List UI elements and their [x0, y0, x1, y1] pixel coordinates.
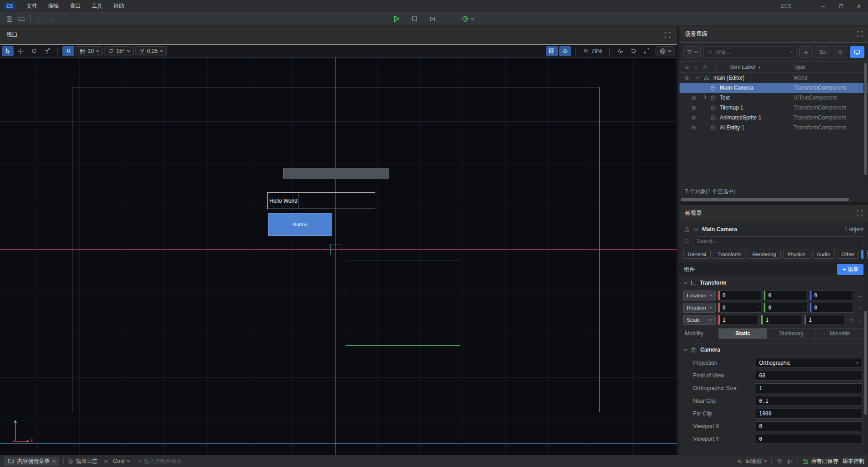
- tree-row-main-editor[interactable]: main (Editor) World: [679, 73, 868, 83]
- zoom-level[interactable]: 79%: [580, 48, 605, 54]
- menu-edit[interactable]: 编辑: [43, 0, 65, 12]
- all-saved-status[interactable]: 所有已保存: [802, 457, 838, 465]
- stats-pulse-button[interactable]: [614, 46, 626, 56]
- eye-icon[interactable]: [684, 75, 690, 81]
- redo-icon[interactable]: [46, 14, 57, 24]
- stop-button[interactable]: [409, 14, 420, 24]
- rotation-z-field[interactable]: 0°: [810, 303, 853, 313]
- tab-general[interactable]: General: [683, 250, 711, 259]
- hierarchy-horizontal-scrollbar[interactable]: [679, 197, 868, 202]
- scale-snap-dropdown[interactable]: 0.25: [135, 46, 167, 56]
- close-button[interactable]: ×: [850, 0, 868, 12]
- app-logo[interactable]: ES: [4, 2, 16, 10]
- item-label-column[interactable]: Item Label: [730, 64, 755, 70]
- unlock-icon[interactable]: [684, 227, 690, 233]
- type-column[interactable]: Type: [793, 64, 805, 70]
- tree-row-animatedsprite[interactable]: AnimatedSprite 1 TransformComponent: [679, 113, 868, 123]
- undo-icon[interactable]: [34, 14, 46, 24]
- menu-file[interactable]: 文件: [21, 0, 43, 12]
- viewport-expand-icon[interactable]: [665, 32, 670, 38]
- rotation-x-field[interactable]: 0°: [718, 303, 761, 313]
- mobility-movable-button[interactable]: Movable: [816, 328, 864, 339]
- play-button[interactable]: [391, 14, 402, 24]
- add-component-button[interactable]: +添加: [837, 264, 863, 275]
- inspector-search-input[interactable]: [693, 238, 863, 244]
- scale-lock-icon[interactable]: [849, 317, 854, 323]
- show-grid-toggle[interactable]: [546, 46, 558, 56]
- new-folder-button[interactable]: [816, 46, 830, 58]
- run-target-globe-dropdown[interactable]: [458, 14, 478, 24]
- save-icon[interactable]: [4, 14, 15, 24]
- version-control-button[interactable]: 版本控制: [843, 457, 864, 465]
- ai-entity-region[interactable]: [346, 261, 460, 346]
- open-folder-icon[interactable]: [15, 14, 27, 24]
- tab-audio[interactable]: Audio: [812, 250, 835, 259]
- menu-window[interactable]: 窗口: [65, 0, 86, 12]
- eye-icon[interactable]: [691, 85, 697, 91]
- network-status-icon[interactable]: [776, 458, 783, 464]
- filter-dropdown[interactable]: [683, 46, 701, 58]
- location-z-field[interactable]: 0: [810, 291, 853, 300]
- hierarchy-search-input[interactable]: [716, 49, 788, 55]
- cmd-dropdown[interactable]: >_ Cmd: [104, 458, 130, 464]
- viewport-y-input[interactable]: 0: [755, 434, 863, 444]
- projection-dropdown[interactable]: Orthographic: [755, 358, 863, 368]
- rotation-y-field[interactable]: 0°: [764, 303, 807, 313]
- reset-rotation-icon[interactable]: ↔: [857, 305, 863, 311]
- tree-row-tilemap[interactable]: Tilemap 1 TransformComponent: [679, 103, 868, 113]
- rotate-tool-button[interactable]: [28, 46, 40, 56]
- visibility-toggle[interactable]: [559, 46, 571, 56]
- near-clip-input[interactable]: 0.1: [755, 396, 863, 406]
- lock-column-icon[interactable]: [703, 64, 708, 70]
- viewport-x-input[interactable]: 0: [755, 421, 863, 431]
- eye-icon[interactable]: [691, 125, 697, 131]
- scale-tool-button[interactable]: [41, 46, 53, 56]
- expander-open-icon[interactable]: [694, 77, 701, 78]
- rotation-snap-dropdown[interactable]: 15°: [104, 46, 133, 56]
- view-mode-button[interactable]: [850, 46, 864, 58]
- eye-icon[interactable]: [691, 115, 697, 121]
- visibility-column-icon[interactable]: [684, 64, 690, 70]
- step-button[interactable]: [427, 14, 439, 24]
- snap-magnet-button[interactable]: [62, 46, 74, 56]
- object-settings-gear-icon[interactable]: [693, 227, 699, 233]
- reset-location-icon[interactable]: ↔: [857, 292, 863, 299]
- expander-closed-icon[interactable]: [701, 97, 708, 98]
- menu-help[interactable]: 帮助: [108, 0, 130, 12]
- move-tool-button[interactable]: [15, 46, 27, 56]
- tab-rendering[interactable]: Rendering: [748, 250, 781, 259]
- orthographic-size-input[interactable]: 1: [755, 383, 863, 393]
- output-log-button[interactable]: 输出日志: [68, 457, 98, 465]
- tree-row-ai-entity[interactable]: AI Entity 1 TransformComponent: [679, 123, 868, 133]
- menu-tools[interactable]: 工具: [86, 0, 108, 12]
- trace-dropdown[interactable]: 回追踪: [737, 457, 767, 465]
- scale-x-field[interactable]: 1: [718, 315, 759, 325]
- grid-snap-dropdown[interactable]: 10: [75, 46, 103, 56]
- sort-ascending-icon[interactable]: ▲: [758, 65, 761, 69]
- tab-physics[interactable]: Physics: [783, 250, 810, 259]
- camera-section-header[interactable]: Camera: [679, 343, 868, 356]
- favorite-column-icon[interactable]: ☆: [693, 64, 699, 71]
- console-command-input[interactable]: > 输入控制台命令: [138, 457, 182, 465]
- inspector-expand-icon[interactable]: [857, 210, 863, 216]
- transform-section-header[interactable]: Transform: [679, 276, 868, 289]
- reset-view-button[interactable]: [627, 46, 639, 56]
- location-dropdown[interactable]: Location: [683, 291, 716, 300]
- button-object[interactable]: Button: [268, 213, 332, 236]
- scale-dropdown[interactable]: Scale: [683, 315, 716, 325]
- source-control-branch-icon[interactable]: [787, 458, 793, 464]
- scale-y-field[interactable]: 1: [761, 315, 802, 325]
- minimize-button[interactable]: [814, 0, 832, 12]
- field-of-view-input[interactable]: 60: [755, 371, 863, 381]
- fullscreen-button[interactable]: [641, 46, 652, 56]
- eye-icon[interactable]: [691, 95, 697, 101]
- rotation-dropdown[interactable]: Rotation: [683, 303, 716, 313]
- scene-canvas[interactable]: Hello World Button x: [0, 57, 677, 455]
- hierarchy-vertical-scrollbar[interactable]: [863, 62, 868, 184]
- tree-row-main-camera[interactable]: Main Camera TransformComponent: [679, 83, 868, 93]
- select-tool-button[interactable]: [2, 46, 14, 56]
- tab-transform[interactable]: Transform: [713, 250, 745, 259]
- inspector-vertical-scrollbar[interactable]: [863, 223, 868, 454]
- world-view-dropdown[interactable]: [656, 46, 675, 56]
- text-object[interactable]: Hello World: [267, 192, 375, 209]
